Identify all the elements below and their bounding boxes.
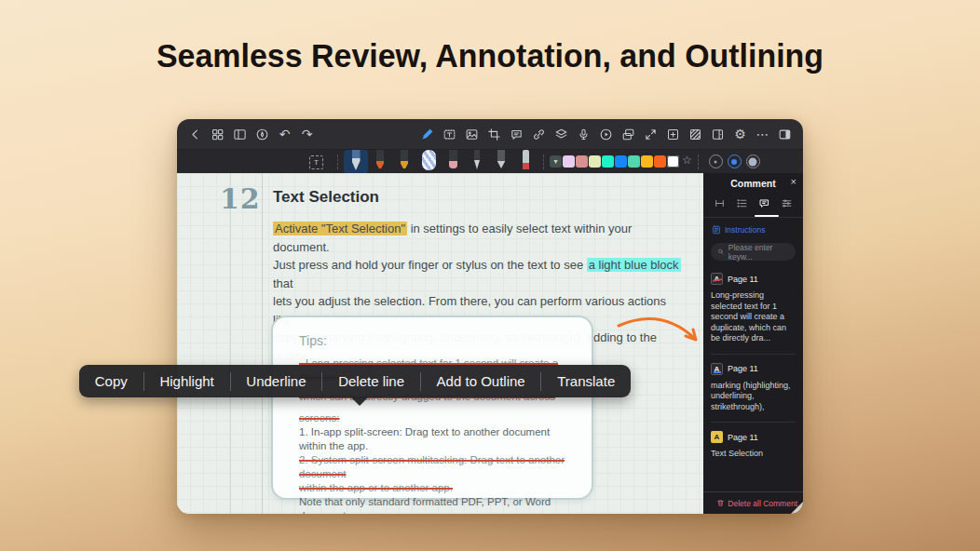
- color-swatch[interactable]: [563, 155, 575, 168]
- instructions-label: Instructions: [725, 225, 765, 235]
- comment-bubble-icon[interactable]: [757, 196, 771, 210]
- split-view-icon[interactable]: [621, 128, 635, 141]
- tips-label: Tips:: [299, 333, 578, 348]
- layers-icon[interactable]: [554, 128, 568, 141]
- color-swatch[interactable]: [667, 155, 679, 168]
- comment-text: marking (highlighting, underlining, stri…: [711, 381, 796, 413]
- divider: [543, 155, 544, 169]
- panel-left-icon[interactable]: [233, 128, 247, 141]
- comment-icon[interactable]: [510, 128, 524, 141]
- tape-highlighter-tool[interactable]: [416, 150, 441, 174]
- search-icon: [717, 248, 725, 256]
- image-icon[interactable]: [465, 128, 479, 141]
- color-swatch[interactable]: [602, 155, 614, 168]
- pen-icon[interactable]: [420, 128, 434, 141]
- favorite-star-icon[interactable]: ☆: [682, 154, 692, 167]
- laser-pointer-tool[interactable]: [513, 150, 538, 174]
- banner-title: Seamless Review, Annotation, and Outlini…: [15, 37, 965, 74]
- fountain-pen-tool[interactable]: [344, 150, 368, 174]
- crop-icon[interactable]: [487, 128, 501, 141]
- copy-menu-item[interactable]: Copy: [79, 373, 143, 389]
- record-icon[interactable]: [599, 128, 613, 141]
- yellow-highlighted-text[interactable]: Activate "Text Selection": [273, 222, 407, 235]
- tips-box: Tips: - Long-pressing selected text for …: [271, 316, 593, 500]
- yellow-marker-tool[interactable]: [392, 150, 416, 174]
- comment-item[interactable]: A Page 11 Text Selection: [711, 422, 796, 469]
- red-marker-tool[interactable]: [368, 150, 392, 174]
- tips-line: 1. In-app split-screen: Drag text to ano…: [299, 425, 578, 453]
- search-input[interactable]: Please enter keyw...: [711, 243, 796, 261]
- text-box-icon[interactable]: [442, 128, 456, 141]
- mic-icon[interactable]: [577, 128, 591, 141]
- text-tool-icon[interactable]: T: [309, 155, 323, 169]
- back-icon[interactable]: [188, 128, 202, 141]
- link-icon[interactable]: [532, 128, 546, 141]
- tips-note-line: Note that only standard formatted PDF, P…: [299, 495, 578, 514]
- stroke-size-medium[interactable]: [728, 155, 742, 168]
- delete-line-menu-item[interactable]: Delete line: [322, 373, 419, 389]
- paragraph-text: that: [273, 276, 293, 290]
- pencil-tool[interactable]: [465, 150, 489, 174]
- translate-menu-item[interactable]: Translate: [541, 373, 631, 389]
- paragraph-text: Just press and hold your finger or stylu…: [273, 258, 587, 272]
- settings-gear-icon[interactable]: ⚙: [733, 128, 747, 141]
- comment-list: A Page 11 Long-pressing selected text fo…: [703, 261, 803, 469]
- cyan-highlighted-text[interactable]: a light blue block: [587, 258, 681, 272]
- stroke-size-large[interactable]: [746, 155, 760, 168]
- color-swatch[interactable]: [615, 155, 627, 168]
- notebook-margin-line: [262, 173, 263, 514]
- instructions-link[interactable]: Instructions: [703, 218, 803, 235]
- delete-all-label: Delete all Comment: [728, 499, 797, 508]
- page-edge-line: [230, 173, 231, 514]
- add-to-outline-menu-item[interactable]: Add to Outline: [421, 373, 541, 389]
- menu-pointer: [351, 397, 368, 406]
- outline-list-icon[interactable]: [735, 196, 749, 210]
- tips-struck-line: within the app or to another app.: [299, 481, 578, 495]
- grid-icon[interactable]: [211, 128, 225, 141]
- filter-icon[interactable]: [780, 196, 794, 210]
- comment-page-label: Page 11: [728, 364, 758, 373]
- stroke-size-small[interactable]: [709, 155, 723, 168]
- lasso-pen-icon[interactable]: [255, 128, 269, 141]
- document-page: 12 Text Selection Activate "Text Selecti…: [177, 173, 703, 514]
- panel-right-icon[interactable]: [778, 128, 792, 141]
- color-swatch[interactable]: [628, 155, 640, 168]
- highlight-annotation-icon: A: [711, 431, 723, 443]
- app-window: ↶ ↷ ⚙ ⋯: [177, 119, 803, 514]
- color-swatch[interactable]: [641, 155, 653, 168]
- comment-item[interactable]: A Page 11 Long-pressing selected text fo…: [711, 264, 796, 354]
- pen-toolbar: T ▾ ☆: [177, 149, 803, 173]
- comment-text: Text Selection: [711, 449, 796, 460]
- comment-panel: Comment × Instructions Please enter key: [703, 173, 803, 514]
- eraser-tool[interactable]: [441, 150, 465, 174]
- trash-icon: [716, 499, 725, 507]
- add-page-icon[interactable]: [666, 128, 680, 141]
- color-swatch[interactable]: [576, 155, 588, 168]
- more-icon[interactable]: ⋯: [755, 128, 769, 141]
- highlight-menu-item[interactable]: Highlight: [144, 373, 230, 389]
- color-swatch[interactable]: [654, 155, 666, 168]
- strikethrough-annotation-icon: A: [711, 273, 723, 285]
- expand-icon[interactable]: [644, 128, 658, 141]
- color-swatch[interactable]: [589, 155, 601, 168]
- underline-menu-item[interactable]: Underline: [231, 373, 322, 389]
- annotation-arrow: [613, 311, 706, 356]
- comment-text: Long-pressing selected text for 1 second…: [711, 290, 796, 344]
- chevron-down-icon[interactable]: ▾: [550, 155, 562, 168]
- divider: [337, 155, 338, 169]
- tips-struck-line: screens:: [299, 411, 578, 425]
- comment-item[interactable]: A Page 11 marking (highlighting, underli…: [711, 354, 796, 423]
- delete-all-comments-button[interactable]: Delete all Comment: [703, 491, 803, 514]
- active-tab-underline: [755, 215, 779, 217]
- bookmark-icon[interactable]: [713, 196, 727, 210]
- comment-panel-title: Comment ×: [703, 173, 803, 189]
- pattern-icon[interactable]: [688, 128, 702, 141]
- redo-icon[interactable]: ↷: [300, 128, 314, 141]
- divider: [698, 155, 699, 169]
- underline-annotation-icon: A: [711, 363, 723, 375]
- ballpoint-pen-tool[interactable]: [489, 150, 513, 174]
- close-icon[interactable]: ×: [791, 176, 796, 187]
- tips-struck-line: 2. System split-screen multitasking: Dra…: [299, 453, 578, 481]
- undo-icon[interactable]: ↶: [278, 128, 292, 141]
- panel-toggle-icon[interactable]: [711, 128, 725, 141]
